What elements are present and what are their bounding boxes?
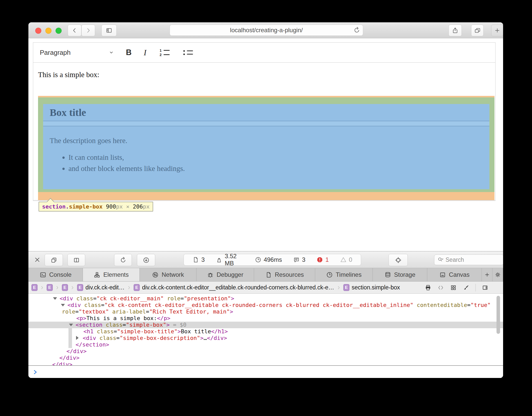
editor-paragraph[interactable]: This is a simple box: (38, 71, 99, 79)
settings-button[interactable] (492, 268, 503, 281)
tooltip-tag: section (42, 203, 66, 210)
tab-resources[interactable]: Resources (254, 268, 315, 281)
clock-icon (255, 256, 261, 263)
detach-inspector-button[interactable] (45, 254, 63, 266)
dom-node[interactable]: </div> (28, 355, 503, 361)
tab-debugger[interactable]: Debugger (197, 268, 254, 281)
stat-load-time[interactable]: 496ms (255, 256, 282, 263)
tab-overview-button[interactable] (471, 25, 484, 36)
sidebar-toggle-button[interactable] (101, 25, 117, 36)
tab-timelines[interactable]: Timelines (315, 268, 373, 281)
disclosure-closed-icon[interactable] (76, 336, 79, 340)
chevron-down-icon[interactable] (109, 50, 114, 55)
console-prompt[interactable] (28, 366, 503, 378)
dom-node[interactable]: </div> (28, 361, 503, 365)
tab-elements[interactable]: Elements (83, 268, 140, 281)
stat-errors[interactable]: 1 (316, 256, 329, 263)
box-list-item[interactable]: and other block elements like headings. (68, 164, 185, 173)
tab-overview-icon (474, 27, 481, 34)
tooltip-height: 206 (133, 203, 143, 210)
breadcrumb-label: div.ck.ck-content.ck-editor__editable.ck… (142, 284, 334, 291)
minimize-window-button[interactable] (45, 28, 51, 34)
dom-node[interactable]: </div> (28, 348, 503, 355)
toolbar-divider (475, 284, 476, 291)
dom-node-selected[interactable]: <section class="simple-box"> = $0 (28, 322, 503, 328)
plus-icon (484, 272, 490, 278)
reload-page-button[interactable] (114, 254, 132, 266)
element-badge: E (31, 284, 38, 291)
box-title-block: Box title (43, 104, 489, 121)
box-title[interactable]: Box title (50, 107, 86, 118)
disclosure-open-icon[interactable] (53, 297, 57, 300)
stat-warnings[interactable]: 0 (340, 256, 352, 263)
dom-node[interactable]: <div class="ck ck-content ck-editor__edi… (28, 302, 503, 308)
dom-node[interactable]: role="textbox" aria-label="Rich Text Edi… (28, 308, 503, 315)
tab-console[interactable]: Console (28, 268, 83, 281)
stat-transfer-size[interactable]: 3.52 MB (216, 253, 244, 267)
download-web-archive-button[interactable] (137, 254, 155, 266)
close-inspector-button[interactable] (34, 256, 41, 263)
italic-button[interactable]: I (144, 48, 147, 57)
tab-storage[interactable]: Storage (373, 268, 427, 281)
disclosure-open-icon[interactable] (61, 304, 65, 306)
dom-node[interactable]: <h1 class="simple-box-title">Box title</… (28, 328, 503, 335)
print-styles-button[interactable] (425, 284, 431, 291)
content-gap (43, 121, 489, 126)
numbered-list-button[interactable]: 1 2 (159, 49, 170, 56)
breadcrumb-separator-icon (127, 285, 131, 290)
force-appearance-button[interactable] (463, 284, 469, 291)
dock-side-button[interactable] (67, 254, 85, 266)
element-badge: E (343, 284, 349, 291)
stat-documents[interactable]: 3 (192, 256, 205, 263)
details-sidebar-toggle-button[interactable] (482, 284, 488, 291)
forward-button[interactable] (81, 25, 95, 36)
dom-node[interactable]: <div class="ck ck-editor__main" role="pr… (28, 295, 503, 302)
bulleted-list-button[interactable] (183, 50, 193, 55)
address-bar[interactable]: localhost/creating-a-plugin/ (170, 25, 363, 36)
dom-node[interactable]: <div class="simple-box-description">…</d… (28, 335, 503, 341)
breadcrumb-item[interactable]: E (47, 284, 53, 291)
share-button[interactable] (449, 25, 462, 36)
layout-grid-button[interactable] (450, 284, 457, 291)
box-description[interactable]: The description goes here. (50, 136, 127, 145)
inspector-search-input[interactable]: Search (434, 254, 503, 265)
element-badge: E (47, 284, 53, 291)
weight-icon (216, 256, 222, 263)
breadcrumb-item[interactable]: Ediv.ck.ck-edit… (77, 284, 125, 291)
speech-bubble-icon (293, 256, 300, 263)
resources-icon (265, 271, 272, 278)
timelines-icon (326, 271, 333, 278)
warning-icon (340, 256, 347, 263)
tab-network[interactable]: Network (140, 268, 197, 281)
new-tab-panel-button[interactable] (482, 268, 492, 281)
search-placeholder: Search (446, 256, 464, 263)
breadcrumb-item[interactable]: Esection.simple-box (343, 284, 400, 291)
zoom-window-button[interactable] (56, 28, 62, 34)
breadcrumb-item[interactable]: E (31, 284, 38, 291)
inspector-toolbar: 3 3.52 MB 496ms 3 1 0 Search (28, 251, 503, 268)
error-icon (316, 256, 323, 263)
dom-node[interactable]: <p>This is a simple box:</p> (28, 315, 503, 322)
element-picker-button[interactable] (388, 254, 408, 266)
network-icon (152, 271, 159, 278)
box-list-item[interactable]: It can contain lists, (68, 153, 185, 162)
dom-tree: <div class="ck ck-editor__main" role="pr… (28, 294, 503, 365)
breadcrumb-item[interactable]: Ediv.ck.ck-content.ck-editor__editable.c… (134, 284, 334, 291)
canvas-icon (439, 271, 446, 278)
element-badge: E (62, 284, 68, 291)
stat-console-messages[interactable]: 3 (293, 256, 305, 263)
bold-button[interactable]: B (126, 48, 131, 57)
crosshair-icon (395, 257, 402, 264)
dom-node[interactable]: </section> (28, 341, 503, 348)
paragraph-dropdown[interactable]: Paragraph (40, 49, 70, 57)
breadcrumb-item[interactable]: E (62, 284, 68, 291)
new-tab-button[interactable] (491, 25, 503, 36)
show-source-button[interactable] (437, 284, 444, 291)
disclosure-open-icon[interactable] (69, 324, 73, 326)
breadcrumb-label: section.simple-box (352, 284, 400, 291)
reload-button[interactable] (353, 27, 360, 34)
close-window-button[interactable] (35, 28, 41, 34)
dom-tree-scrollbar[interactable] (496, 296, 500, 334)
back-button[interactable] (68, 25, 81, 36)
tab-canvas[interactable]: Canvas (427, 268, 482, 281)
